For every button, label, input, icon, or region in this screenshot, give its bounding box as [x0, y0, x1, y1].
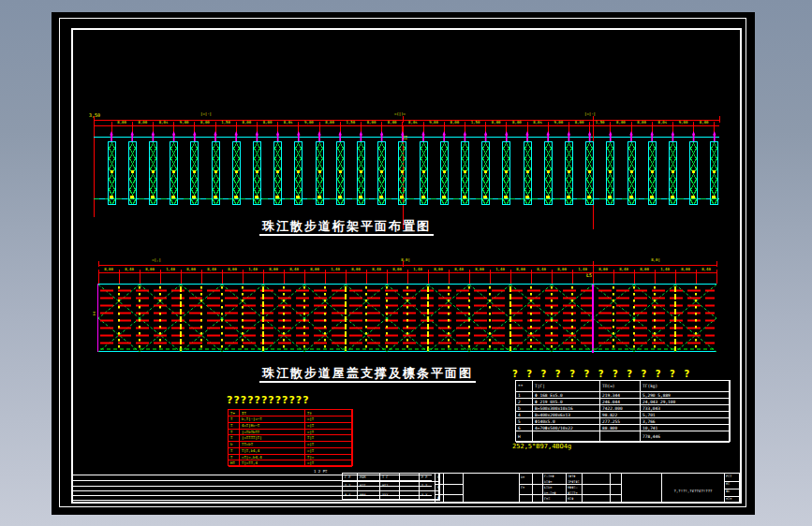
total-weight-note: 252,5°B97,4BO4g [512, 444, 571, 450]
span-dim-label: 8,00 [263, 121, 273, 124]
table-header-cell: ΤΓ(kg) [641, 381, 730, 392]
revision-note: 1 2 ΡΞ [314, 470, 327, 474]
span-dim-label: 1,50 [471, 121, 480, 124]
span-dim-label: 8,40 [701, 268, 711, 271]
span-dim-label: 8,00 [392, 268, 402, 271]
dim-tick [469, 270, 470, 284]
column-marker [276, 170, 279, 173]
column-marker [526, 170, 529, 173]
column-marker [651, 170, 654, 173]
table-cell: 5,701 [641, 412, 730, 418]
column-base-marker [171, 196, 175, 198]
lower-title-text: 珠江散步道屋盖支撑及檩条平面图 [259, 366, 476, 383]
column-base-marker [421, 196, 425, 198]
span-dim-label: 8,00 [640, 268, 649, 271]
dim-tick [304, 270, 305, 284]
dim-tick [366, 270, 367, 284]
dim-tick [593, 116, 594, 123]
table-cell: Ξ|Ξ,Ŀ4,4 [240, 448, 305, 455]
dim-tick [716, 261, 717, 267]
column-marker [443, 170, 446, 173]
column-marker [256, 170, 258, 173]
titleblock-row-line [436, 494, 463, 495]
drawing-canvas[interactable]: 3,50 £Ξ 8,008,008,0s9,008,001,508,008,00… [52, 12, 755, 515]
span-dim-label: 8,00 [434, 268, 443, 271]
table-cell: 88.800 [600, 425, 641, 431]
dim-tick [716, 270, 717, 284]
column-marker [588, 170, 591, 173]
upper-title-text: 珠江散步道桁架平面布置图 [259, 219, 434, 236]
column-marker [547, 170, 550, 173]
dim-tick [263, 270, 264, 284]
span-dim-label: 8,00 [475, 268, 484, 271]
titleblock-divider [582, 474, 583, 504]
column-marker [297, 170, 300, 173]
column-base-marker [650, 196, 654, 198]
span-dim-label: 8,00 [598, 268, 608, 271]
title-block: ΓΡΦĿ≡Γ≡Γ—Ξ≡ΦĿΞΦ≡ŁΞĿ≡Ŀ≡—Ξ≡ΦΓ≡ΞΞΦΤΦΞΡΦΤΦΞΗ… [435, 473, 740, 503]
table-cell: 1 [516, 392, 533, 399]
span-dim-label: 8,00 [310, 268, 319, 271]
titleblock-cell-text: Φ [437, 496, 439, 500]
overall-dim-label: |=|-| [584, 112, 596, 116]
column-base-marker [296, 196, 300, 198]
column-base-marker [525, 196, 529, 198]
dim-tick [593, 270, 594, 284]
titleblock-cell-text: ΡΞΤ [726, 475, 731, 478]
table-cell: |=ΞĿΞĿΞΞ [240, 430, 305, 436]
upper-dim-line-spans [94, 125, 719, 126]
table-header-cell: ** [516, 381, 533, 392]
table-cell: =|Ξ [305, 416, 352, 423]
span-dim-label: 8,40 [207, 268, 216, 271]
span-dim-label: 8,0s [284, 121, 293, 124]
table-cell: Η [516, 431, 533, 443]
column-base-marker [504, 196, 508, 198]
titleblock-divider [610, 474, 611, 504]
span-dim-label: 8,00 [242, 121, 251, 124]
titleblock-row-line [519, 484, 621, 485]
table-cell: 5 [516, 418, 533, 425]
table-cell: Ξ|Ξ [305, 435, 352, 442]
dim-tick [449, 270, 450, 284]
overall-dim-label: |=|-| [200, 112, 212, 116]
span-dim-label: 1,40 [495, 268, 505, 271]
table-cell: Φ140x5.0 [533, 418, 600, 425]
table-cell: Ξ [229, 448, 240, 455]
column-base-marker [110, 196, 113, 198]
right-table-title: ? ? ? ? ? ? ? ? ? ? ? ? ? [512, 369, 692, 379]
column-marker [401, 170, 404, 173]
dim-tick [634, 270, 635, 284]
signature-grid: Γ ΡΡΟΜΤ ΓΡ ΡΤ 7Ρ2ΤΡΤ7Τ ΤΦ 4ΗΦΗΧΧΧΧ Χ [342, 473, 440, 501]
table-cell: Φ 219 0X5.0 [533, 399, 600, 405]
table-cell: =|Ξ [305, 448, 352, 455]
titleblock-divider [542, 474, 543, 504]
dim-tick [181, 270, 182, 284]
signature-cell [400, 482, 420, 490]
overall-dim-label: =(|)= [394, 112, 406, 116]
column-base-marker [214, 196, 217, 198]
span-dim-label: 8,00 [367, 121, 376, 124]
table-header-cell: Ξ+ [229, 410, 240, 416]
column-base-marker [691, 196, 695, 198]
titleblock-cell-text: Γ—Ξ≡Φ [544, 475, 554, 478]
signature-cell: Τ Γ [380, 474, 400, 482]
signature-cell [400, 474, 420, 482]
signature-cell: ΡΟΜ [358, 474, 380, 482]
column-marker [568, 170, 570, 173]
titleblock-cell-text: Γ≡ [521, 486, 524, 489]
table-cell: 219.344 [600, 392, 641, 399]
column-base-marker [234, 196, 238, 198]
table-cell: ΗΞ [229, 460, 240, 467]
span-dim-label: 8,00 [269, 268, 278, 271]
span-dim-label: 8,00 [557, 268, 567, 271]
table-header-cell: ΙΞ [240, 410, 305, 416]
table-cell: =Ξ|=,Ŀ4,4 [240, 455, 305, 461]
titleblock-cell-text: Γ [437, 475, 439, 479]
dim-tick [387, 270, 388, 284]
upper-diagram-title: 珠江散步道桁架平面布置图 [259, 216, 434, 234]
span-dim-label: 9,00 [554, 121, 563, 124]
titleblock-cell-text: Γ≡Ξ [544, 497, 550, 501]
dim-tick [284, 270, 285, 284]
table-cell: 4 [516, 412, 533, 418]
table-header-cell: ΤΠ(=) [600, 381, 641, 392]
